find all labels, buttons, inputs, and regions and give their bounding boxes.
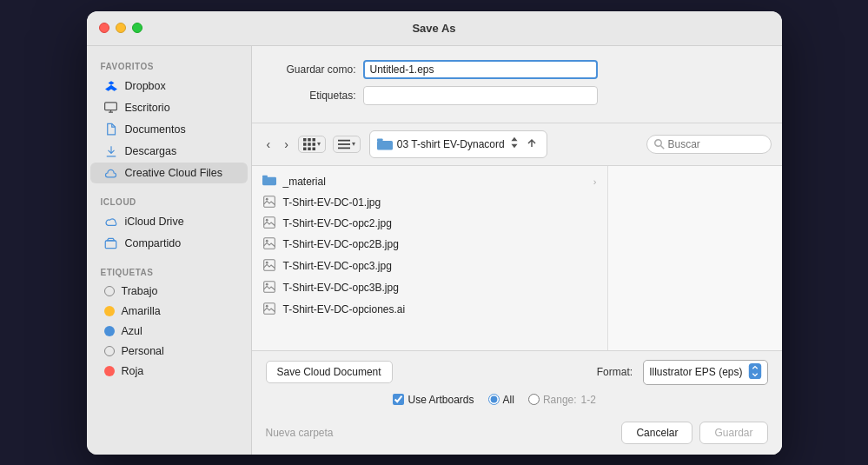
file-browser: _material › T-Shirt-EV-DC-01.jpg [252,166,782,350]
form-area: Guardar como: Etiquetas: [252,46,782,123]
roja-tag-dot [104,366,115,376]
svg-point-28 [265,239,268,242]
svg-rect-22 [262,175,268,177]
sidebar-item-documentos[interactable]: Documentos [90,119,248,140]
forward-button[interactable]: › [280,135,293,154]
filename-input[interactable] [363,60,598,79]
svg-rect-25 [263,216,275,228]
cancelar-button[interactable]: Cancelar [621,422,692,444]
compartido-label: Compartido [125,237,182,249]
etiquetas-input[interactable] [363,86,598,105]
icloud-drive-label: iCloud Drive [125,216,184,228]
svg-rect-27 [263,237,275,249]
sidebar-item-personal[interactable]: Personal [90,342,248,361]
icloud-drive-icon [104,215,118,229]
svg-rect-8 [303,143,307,146]
current-folder-button[interactable]: 03 T-shirt EV-Dynacord [369,130,547,158]
trabajo-tag-dot [104,286,115,296]
azul-label: Azul [122,325,142,337]
descargas-icon [104,144,118,158]
amarilla-tag-dot [104,306,115,316]
file-item-material[interactable]: _material › [252,171,607,192]
svg-point-26 [265,218,268,221]
close-button[interactable] [99,23,109,33]
material-folder-name: _material [283,176,326,188]
svg-rect-0 [105,103,117,110]
etiquetas-row: Etiquetas: [269,86,765,105]
amarilla-label: Amarilla [122,305,161,317]
format-label: Format: [597,366,633,378]
sidebar-item-roja[interactable]: Roja [90,362,248,381]
sidebar-item-creative-cloud[interactable]: Creative Cloud Files [90,163,248,183]
file-item-5[interactable]: T-Shirt-EV-DC-opciones.ai [252,299,607,321]
forward-icon: › [284,137,288,151]
range-radio[interactable] [528,394,540,405]
favoritos-section-label: Favoritos [87,55,251,75]
sidebar-item-dropbox[interactable]: Dropbox [90,76,248,96]
format-select-icon [748,363,762,382]
nueva-carpeta-button[interactable]: Nueva carpeta [266,427,334,439]
search-box [646,135,772,154]
list-view-button[interactable]: ▾ [298,136,326,153]
image-icon-3 [262,259,276,274]
back-button[interactable]: ‹ [262,135,275,154]
dropbox-icon [104,79,118,93]
svg-rect-29 [263,259,275,270]
sidebar-item-descargas[interactable]: Descargas [90,141,248,162]
all-label: All [503,394,514,406]
creative-cloud-icon [104,166,118,180]
grid-view-chevron: ▾ [352,140,355,148]
file-name-4: T-Shirt-EV-DC-opc3B.jpg [283,282,399,294]
sidebar-item-trabajo[interactable]: Trabajo [90,282,248,301]
use-artboards-label: Use Artboards [408,394,474,406]
svg-rect-12 [308,147,311,150]
minimize-button[interactable] [116,23,126,33]
all-radio-wrap[interactable]: All [488,394,514,406]
sidebar-item-amarilla[interactable]: Amarilla [90,302,248,321]
escritorio-label: Escritorio [125,102,170,114]
back-icon: ‹ [267,137,271,151]
guardar-button[interactable]: Guardar [699,422,767,444]
svg-rect-16 [338,147,350,149]
sidebar: Favoritos Dropbox Escritorio [87,46,252,455]
search-input[interactable] [668,138,764,150]
file-name-3: T-Shirt-EV-DC-opc3.jpg [283,260,392,272]
maximize-button[interactable] [132,23,142,33]
sidebar-item-icloud-drive[interactable]: iCloud Drive [90,211,248,232]
dialog-title: Save As [412,22,455,35]
sidebar-item-compartido[interactable]: Compartido [90,233,248,254]
image-icon-4 [262,281,276,296]
format-value: Illustrator EPS (eps) [649,366,742,378]
range-radio-wrap[interactable]: Range: 1-2 [528,394,596,406]
format-row: Save Cloud Document Format: Illustrator … [252,351,782,394]
sidebar-item-escritorio[interactable]: Escritorio [90,97,248,118]
sidebar-item-azul[interactable]: Azul [90,322,248,341]
ai-icon-5 [262,302,276,317]
use-artboards-checkbox-wrap[interactable]: Use Artboards [393,394,474,406]
action-row: Nueva carpeta Cancelar Guardar [252,415,782,455]
file-name-5: T-Shirt-EV-DC-opciones.ai [283,303,406,316]
svg-point-32 [265,282,268,285]
file-item-3[interactable]: T-Shirt-EV-DC-opc3.jpg [252,256,607,277]
etiquetas-section-label: Etiquetas [87,261,251,281]
folder-arrow-material: › [593,176,597,187]
svg-rect-14 [338,139,350,141]
current-folder-name: 03 T-shirt EV-Dynacord [397,138,505,150]
format-select[interactable]: Illustrator EPS (eps) [643,360,767,385]
svg-rect-33 [263,302,275,314]
file-item-1[interactable]: T-Shirt-EV-DC-opc2.jpg [252,213,607,234]
azul-tag-dot [104,326,115,336]
file-item-4[interactable]: T-Shirt-EV-DC-opc3B.jpg [252,277,607,299]
save-cloud-button[interactable]: Save Cloud Document [266,361,393,383]
all-radio[interactable] [488,394,500,405]
personal-tag-dot [104,346,115,356]
grid-view-button[interactable]: ▾ [333,136,361,153]
up-button[interactable] [524,134,540,155]
file-item-0[interactable]: T-Shirt-EV-DC-01.jpg [252,192,607,213]
folder-icon-material [262,175,276,189]
artboards-row: Use Artboards All Range: 1-2 [252,394,782,415]
file-item-2[interactable]: T-Shirt-EV-DC-opc2B.jpg [252,234,607,256]
use-artboards-checkbox[interactable] [393,394,404,405]
right-panel: Guardar como: Etiquetas: ‹ › [252,46,782,455]
file-list: _material › T-Shirt-EV-DC-01.jpg [252,166,608,350]
